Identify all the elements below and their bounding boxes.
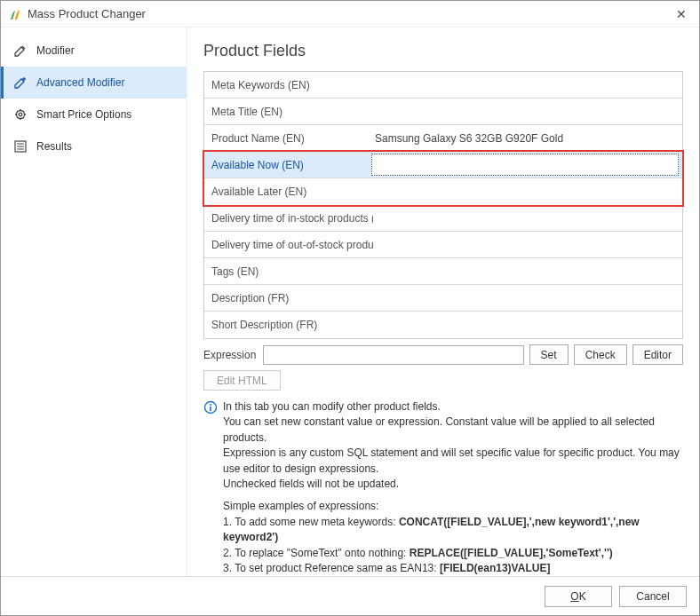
info-text: In this tab you can modify other product…	[223, 399, 683, 576]
field-row[interactable]: Meta Keywords (EN)	[204, 72, 682, 99]
product-fields-table: Meta Keywords (EN) Meta Title (EN) Produ…	[203, 71, 683, 339]
sidebar-item-smart-price[interactable]: Smart Price Options	[1, 99, 187, 130]
field-row[interactable]: Meta Title (EN)	[204, 99, 682, 125]
edit-plus-icon	[13, 75, 28, 90]
sidebar: Modifier Advanced Modifier Smart Price O…	[1, 28, 187, 576]
field-row[interactable]: Product Name (EN) Samsung Galaxy S6 32GB…	[204, 125, 682, 152]
field-row[interactable]: Short Description (FR)	[204, 312, 682, 338]
field-value-input[interactable]	[373, 152, 682, 178]
page-title: Product Fields	[203, 42, 683, 60]
app-logo-icon	[8, 7, 22, 21]
close-button[interactable]: ✕	[671, 5, 692, 23]
field-label: Delivery time of out-of-stock produ	[204, 239, 373, 251]
field-label: Description (FR)	[204, 292, 373, 304]
expression-row: Expression Set Check Editor	[203, 344, 683, 365]
field-value: Samsung Galaxy S6 32GB G920F Gold	[373, 132, 682, 145]
sidebar-item-advanced-modifier[interactable]: Advanced Modifier	[1, 67, 187, 99]
svg-rect-5	[210, 407, 211, 411]
ok-button[interactable]: OK	[545, 586, 612, 607]
sidebar-item-label: Modifier	[36, 44, 75, 57]
field-label: Product Name (EN)	[204, 132, 373, 145]
edit-html-row: Edit HTML	[203, 370, 683, 391]
window-title: Mass Product Changer	[28, 7, 671, 20]
cancel-button[interactable]: Cancel	[619, 586, 687, 607]
list-icon	[13, 139, 28, 154]
sidebar-item-results[interactable]: Results	[1, 130, 187, 162]
sidebar-item-label: Smart Price Options	[36, 108, 131, 121]
field-label: Short Description (FR)	[204, 319, 373, 331]
svg-point-1	[19, 113, 22, 116]
field-row[interactable]: Tags (EN)	[204, 258, 682, 285]
edit-html-button: Edit HTML	[203, 370, 281, 391]
field-row-selected[interactable]: Available Now (EN)	[204, 152, 682, 178]
field-label: Delivery time of in-stock products (E	[204, 212, 373, 225]
field-label: Tags (EN)	[204, 265, 373, 278]
highlight-box: Available Now (EN) Available Later (EN)	[203, 150, 684, 207]
sidebar-item-modifier[interactable]: Modifier	[1, 35, 187, 67]
expression-label: Expression	[203, 349, 256, 361]
field-row[interactable]: Description (FR)	[204, 285, 682, 312]
dialog-footer: OK Cancel	[1, 576, 699, 615]
field-label: Available Later (EN)	[204, 186, 373, 198]
field-row[interactable]: Delivery time of in-stock products (E	[204, 205, 682, 232]
field-label: Available Now (EN)	[204, 159, 373, 171]
sidebar-item-label: Results	[36, 140, 72, 153]
field-label: Meta Keywords (EN)	[204, 79, 373, 91]
field-label: Meta Title (EN)	[204, 106, 373, 118]
edit-icon	[13, 43, 28, 58]
info-panel: In this tab you can modify other product…	[203, 399, 683, 576]
check-button[interactable]: Check	[574, 344, 627, 365]
sidebar-item-label: Advanced Modifier	[36, 76, 124, 89]
info-icon	[203, 400, 218, 415]
field-row[interactable]: Available Later (EN)	[204, 178, 682, 205]
svg-point-4	[210, 404, 211, 406]
main-panel: Product Fields Meta Keywords (EN) Meta T…	[187, 28, 699, 576]
expression-input[interactable]	[263, 345, 523, 365]
gear-icon	[13, 107, 28, 122]
titlebar: Mass Product Changer ✕	[1, 1, 699, 28]
editor-button[interactable]: Editor	[632, 344, 683, 365]
field-row[interactable]: Delivery time of out-of-stock produ	[204, 232, 682, 258]
set-button[interactable]: Set	[529, 344, 569, 365]
